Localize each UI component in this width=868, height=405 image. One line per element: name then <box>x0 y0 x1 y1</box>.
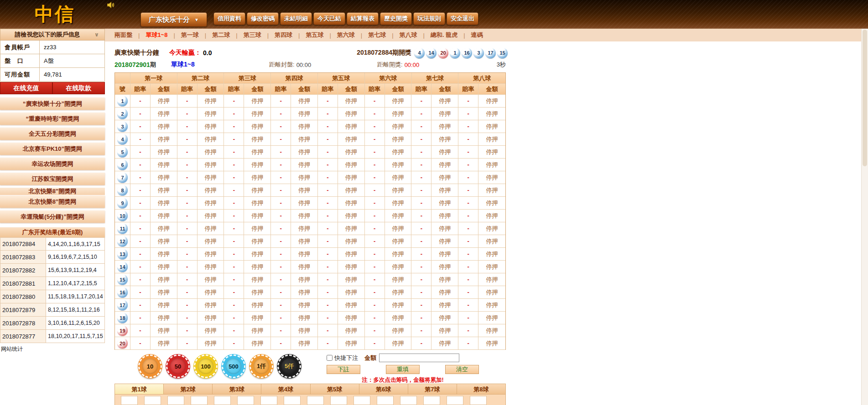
lottery-link[interactable]: 幸运农场開獎网 <box>0 158 105 170</box>
amount-cell[interactable]: 停押 <box>478 197 505 210</box>
amount-cell[interactable]: 停押 <box>291 337 318 350</box>
amount-cell[interactable]: 停押 <box>198 261 224 273</box>
amount-cell[interactable]: 停押 <box>431 120 458 133</box>
subnav-item[interactable]: 第七球 <box>362 31 392 39</box>
amount-cell[interactable]: 停押 <box>478 171 505 184</box>
amount-cell[interactable]: 停押 <box>385 222 412 235</box>
amount-cell[interactable]: 停押 <box>431 108 458 120</box>
amount-cell[interactable]: 停押 <box>431 312 458 324</box>
menu-button[interactable]: 今天已結 <box>313 12 345 25</box>
amount-cell[interactable]: 停押 <box>151 324 177 337</box>
site-stats-link[interactable]: 网站统计 <box>0 345 105 353</box>
amount-cell[interactable]: 停押 <box>338 197 365 210</box>
amount-cell[interactable]: 停押 <box>244 171 271 184</box>
amount-cell[interactable]: 停押 <box>478 324 505 337</box>
amount-cell[interactable]: 停押 <box>151 146 177 159</box>
amount-cell[interactable]: 停押 <box>291 146 318 159</box>
amount-cell[interactable]: 停押 <box>244 261 271 273</box>
amount-cell[interactable]: 停押 <box>198 222 224 235</box>
amount-cell[interactable]: 停押 <box>338 337 365 350</box>
amount-cell[interactable]: 停押 <box>385 235 412 248</box>
amount-cell[interactable]: 停押 <box>338 324 365 337</box>
amount-cell[interactable]: 停押 <box>385 299 412 312</box>
amount-cell[interactable]: 停押 <box>151 108 177 120</box>
amount-cell[interactable]: 停押 <box>244 159 271 171</box>
game-selector-dropdown[interactable]: 广东快乐十分 ▼ <box>140 12 207 27</box>
amount-cell[interactable]: 停押 <box>151 120 177 133</box>
amount-cell[interactable]: 停押 <box>385 120 412 133</box>
amount-cell[interactable]: 停押 <box>431 286 458 299</box>
amount-cell[interactable]: 停押 <box>478 248 505 261</box>
amount-cell[interactable]: 停押 <box>338 286 365 299</box>
amount-cell[interactable]: 停押 <box>338 312 365 324</box>
amount-cell[interactable]: 停押 <box>198 299 224 312</box>
bet-chip[interactable]: 10 <box>138 354 162 378</box>
amount-cell[interactable]: 停押 <box>478 261 505 273</box>
menu-button[interactable]: 玩法規則 <box>413 12 445 25</box>
amount-cell[interactable]: 停押 <box>151 299 177 312</box>
subnav-item[interactable]: 總和. 龍虎 <box>425 31 463 39</box>
amount-cell[interactable]: 停押 <box>431 159 458 171</box>
amount-cell[interactable]: 停押 <box>478 235 505 248</box>
ball-tab[interactable]: 第4球 <box>261 384 310 395</box>
amount-cell[interactable]: 停押 <box>291 222 318 235</box>
amount-cell[interactable]: 停押 <box>244 337 271 350</box>
scrollbar-thumb[interactable] <box>863 30 867 166</box>
ball-tab[interactable]: 第2球 <box>164 384 213 395</box>
amount-cell[interactable]: 停押 <box>291 120 318 133</box>
subnav-item[interactable]: 第八球 <box>394 31 423 39</box>
amount-cell[interactable]: 停押 <box>151 312 177 324</box>
amount-cell[interactable]: 停押 <box>151 286 177 299</box>
amount-cell[interactable]: 停押 <box>198 286 224 299</box>
subnav-item[interactable]: 第一球 <box>175 31 205 39</box>
subnav-item[interactable]: 第二球 <box>206 31 236 39</box>
amount-cell[interactable]: 停押 <box>385 197 412 210</box>
amount-cell[interactable]: 停押 <box>338 261 365 273</box>
amount-cell[interactable]: 停押 <box>291 261 318 273</box>
lottery-link[interactable]: 江苏骰宝開獎网 <box>0 173 105 185</box>
amount-cell[interactable]: 停押 <box>291 210 318 222</box>
deposit-button[interactable]: 在线充值 <box>0 82 52 94</box>
ball-tab[interactable]: 第8球 <box>457 384 506 395</box>
amount-cell[interactable]: 停押 <box>431 337 458 350</box>
amount-cell[interactable]: 停押 <box>244 312 271 324</box>
amount-cell[interactable]: 停押 <box>385 133 412 146</box>
amount-cell[interactable]: 停押 <box>478 95 505 108</box>
bet-chip[interactable]: 50 <box>166 354 190 378</box>
amount-cell[interactable]: 停押 <box>478 184 505 197</box>
amount-cell[interactable]: 停押 <box>151 222 177 235</box>
lottery-link[interactable]: 北京赛车PK10”開獎网 <box>0 143 105 155</box>
amount-cell[interactable]: 停押 <box>478 108 505 120</box>
amount-cell[interactable]: 停押 <box>338 133 365 146</box>
amount-cell[interactable]: 停押 <box>431 248 458 261</box>
amount-cell[interactable]: 停押 <box>244 286 271 299</box>
amount-cell[interactable]: 停押 <box>151 95 177 108</box>
amount-cell[interactable]: 停押 <box>291 108 318 120</box>
amount-cell[interactable]: 停押 <box>198 133 224 146</box>
amount-cell[interactable]: 停押 <box>151 248 177 261</box>
amount-cell[interactable]: 停押 <box>244 210 271 222</box>
speaker-icon[interactable] <box>107 1 115 9</box>
amount-cell[interactable]: 停押 <box>198 235 224 248</box>
lottery-link[interactable]: 幸運飛艇(5分鍾)”開獎网 <box>0 210 105 223</box>
amount-cell[interactable]: 停押 <box>385 248 412 261</box>
amount-cell[interactable]: 停押 <box>431 273 458 286</box>
amount-cell[interactable]: 停押 <box>198 248 224 261</box>
amount-cell[interactable]: 停押 <box>291 235 318 248</box>
amount-cell[interactable]: 停押 <box>385 210 412 222</box>
lottery-link[interactable]: 北京快樂8”開獎网 <box>0 195 105 208</box>
subnav-item[interactable]: 單球1~8 <box>140 31 173 39</box>
amount-cell[interactable]: 停押 <box>338 120 365 133</box>
amount-cell[interactable]: 停押 <box>151 159 177 171</box>
amount-cell[interactable]: 停押 <box>151 197 177 210</box>
amount-cell[interactable]: 停押 <box>338 222 365 235</box>
amount-cell[interactable]: 停押 <box>198 210 224 222</box>
amount-cell[interactable]: 停押 <box>478 159 505 171</box>
amount-cell[interactable]: 停押 <box>385 146 412 159</box>
amount-cell[interactable]: 停押 <box>244 248 271 261</box>
ball-tab[interactable]: 第7球 <box>408 384 457 395</box>
ball-tab[interactable]: 第5球 <box>311 384 359 395</box>
amount-cell[interactable]: 停押 <box>151 273 177 286</box>
quick-bet-checkbox[interactable] <box>327 355 333 361</box>
amount-cell[interactable]: 停押 <box>338 171 365 184</box>
